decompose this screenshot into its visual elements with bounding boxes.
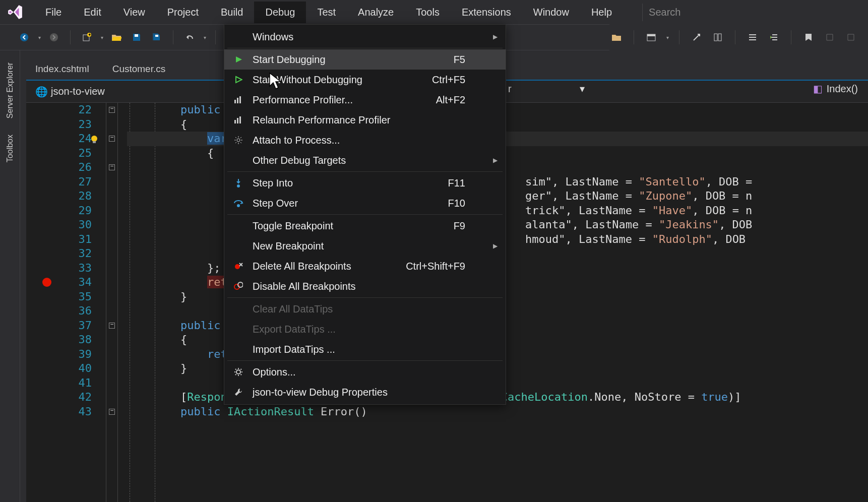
align-icon[interactable] [746,30,760,44]
open-button[interactable] [109,30,123,44]
debug-menu-new-breakpoint[interactable]: New Breakpoint▶ [224,236,506,256]
dropdown-icon: ▾ [580,83,585,94]
dropdown-icon[interactable]: ▾ [204,35,206,40]
line-number: 34 [26,275,101,290]
browser-link-icon[interactable] [644,30,658,44]
debug-menu-relaunch-performance-profiler[interactable]: Relaunch Performance Profiler [224,110,506,130]
menu-item-label: Options... [253,366,296,378]
wrench-icon [232,386,244,398]
tool-icon[interactable] [711,30,725,44]
svg-point-21 [237,204,240,207]
debug-menu-delete-all-breakpoints[interactable]: Delete All BreakpointsCtrl+Shift+F9 [224,256,506,276]
code-line-tail[interactable]: trick", LastName = "Have", DOB = n [525,204,752,218]
nav-back-button[interactable] [17,30,31,44]
debug-menu-windows[interactable]: Windows▶ [224,27,506,47]
submenu-arrow-icon: ▶ [493,33,498,40]
line-number: 31 [26,232,101,247]
code-line-tail[interactable]: sim", LastName = "Santello", DOB = [525,175,759,190]
debug-menu-performance-profiler-[interactable]: Performance Profiler...Alt+F2 [224,90,506,110]
line-number: 23 [26,117,101,132]
fold-toggle[interactable] [109,409,115,415]
fold-toggle[interactable] [109,136,115,142]
tool-icon[interactable] [690,30,704,44]
line-number: 35 [26,290,101,304]
undo-button[interactable] [182,30,197,44]
svg-point-11 [91,136,97,142]
debug-menu-start-without-debugging[interactable]: Start Without DebuggingCtrl+F5 [224,70,506,90]
debug-menu-json-to-view-debug-properties[interactable]: json-to-view Debug Properties [224,382,506,402]
line-number: 24 [26,132,101,146]
menu-extensions[interactable]: Extensions [451,2,522,23]
menu-tools[interactable]: Tools [405,2,451,23]
debug-menu-import-datatips-[interactable]: Import DataTips ... [224,339,506,359]
search-input[interactable]: Search [642,4,687,21]
debug-menu-attach-to-process-[interactable]: Attach to Process... [224,130,506,150]
step-over-icon [232,197,244,209]
side-tab-toolbox[interactable]: Toolbox [5,132,16,165]
line-number: 41 [26,376,101,391]
debug-menu-disable-all-breakpoints[interactable]: Disable All Breakpoints [224,276,506,296]
tool-icon [823,30,837,44]
code-line-tail[interactable]: hmoud", LastName = "Rudolph", DOB [525,232,752,247]
svg-rect-14 [237,98,238,103]
gear2-icon [232,366,244,378]
menu-item-label: Step Over [253,198,298,209]
new-item-button[interactable]: ✦ [80,30,94,44]
line-number: 38 [26,333,101,347]
line-number: 42 [26,390,101,405]
dropdown-icon[interactable]: ▾ [101,35,103,40]
step-into-icon [232,177,244,189]
menu-help[interactable]: Help [580,2,623,23]
menu-test[interactable]: Test [306,2,347,23]
menu-item-label: Disable All Breakpoints [253,281,356,292]
svg-rect-17 [237,118,238,123]
dropdown-icon[interactable]: ▾ [38,35,41,40]
debug-menu-step-over[interactable]: Step OverF10 [224,193,506,213]
menu-edit[interactable]: Edit [73,2,112,23]
bookmark-icon[interactable] [801,30,816,44]
debug-menu-other-debug-targets[interactable]: Other Debug Targets▶ [224,150,506,170]
project-selector[interactable]: 🌐 json-to-view [30,84,110,100]
menu-debug[interactable]: Debug [254,2,306,23]
scope-selector[interactable]: r ▾ [508,83,585,95]
tool-icon [844,30,858,44]
fold-toggle[interactable] [109,164,115,170]
fold-toggle[interactable] [109,107,115,113]
fold-toggle[interactable] [109,323,115,329]
debug-menu-options-[interactable]: Options... [224,362,506,382]
tab-index-cshtml[interactable]: Index.cshtml [26,58,103,80]
lightbulb-icon[interactable] [89,134,99,144]
debug-menu-toggle-breakpoint[interactable]: Toggle BreakpointF9 [224,216,506,236]
menu-project[interactable]: Project [156,2,210,23]
menu-file[interactable]: File [34,2,73,23]
menu-item-label: New Breakpoint [253,240,324,252]
indent-icon[interactable] [767,30,781,44]
member-selector[interactable]: ◧ Index() [813,83,858,95]
menu-analyze[interactable]: Analyze [347,2,405,23]
code-line-tail[interactable]: ger", LastName = "Zupone", DOB = n [525,189,752,204]
menu-item-label: Relaunch Performance Profiler [253,114,390,126]
menu-build[interactable]: Build [210,2,254,23]
debug-menu-start-debugging[interactable]: Start DebuggingF5 [224,49,506,70]
code-line[interactable]: public IActionResult Error() [127,405,868,419]
menu-item-label: Other Debug Targets [253,155,346,166]
globe-icon: 🌐 [35,86,48,98]
tab-customer-cs[interactable]: Customer.cs [103,58,180,80]
side-tab-server-explorer[interactable]: Server Explorer [5,59,16,121]
line-number: 22 [26,103,101,117]
code-line-tail[interactable]: alanta", LastName = "Jeakins", DOB [525,218,752,232]
menu-window[interactable]: Window [522,2,580,23]
svg-point-1 [50,33,58,41]
folder-icon[interactable] [609,30,624,44]
svg-rect-6 [155,35,158,37]
debug-menu-step-into[interactable]: Step IntoF11 [224,173,506,193]
svg-rect-16 [234,120,236,123]
menu-view[interactable]: View [112,2,156,23]
bp-delete-icon [232,260,244,272]
line-number: 26 [26,160,101,175]
save-all-button[interactable] [150,30,164,44]
save-button[interactable] [130,30,144,44]
dropdown-icon[interactable]: ▾ [666,35,669,40]
debug-dropdown-menu: Windows▶Start DebuggingF5Start Without D… [224,24,506,405]
menu-item-label: Windows [253,31,293,43]
